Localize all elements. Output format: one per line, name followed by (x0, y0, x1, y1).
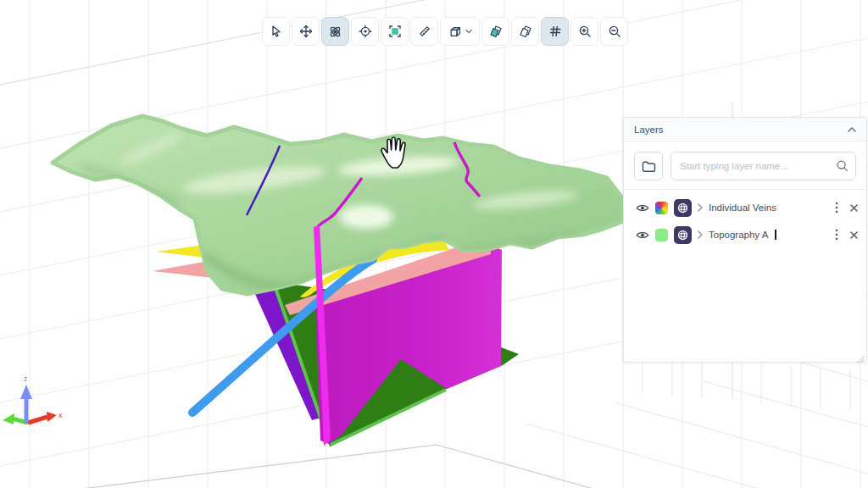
slice-tool-button[interactable] (481, 17, 509, 46)
ruler-icon (418, 25, 431, 38)
layer-menu-kebab-icon[interactable] (835, 202, 838, 214)
orbit-tool-button[interactable] (321, 17, 349, 46)
slice-planes-outline-icon (519, 25, 532, 38)
visibility-eye-icon[interactable] (636, 230, 649, 240)
layer-color-swatch-green[interactable] (655, 229, 668, 241)
axis-triad: z x (3, 374, 63, 424)
remove-layer-x-icon[interactable] (850, 204, 858, 212)
cube-icon (448, 25, 463, 39)
panel-collapse-button[interactable] (848, 127, 856, 132)
chevron-down-icon (465, 29, 472, 34)
layers-panel: Layers (623, 117, 867, 363)
orbit-icon (328, 25, 342, 39)
x-axis-label: x (58, 411, 63, 419)
z-axis-label: z (24, 374, 28, 383)
layers-search-row (624, 141, 866, 190)
text-caret (775, 230, 776, 240)
layers-panel-header: Layers (624, 118, 866, 141)
layer-search-input[interactable] (670, 152, 856, 180)
visibility-eye-icon[interactable] (636, 203, 649, 213)
app-window: z x (0, 0, 868, 488)
chevron-up-icon (848, 127, 856, 132)
zoom-in-tool-button[interactable] (570, 17, 598, 46)
layer-name-label[interactable]: Individual Veins (709, 202, 776, 213)
layer-name-label-editing[interactable]: Topography A (709, 230, 768, 240)
view-cube-tool-button[interactable] (440, 17, 480, 46)
zoom-out-tool-button[interactable] (600, 17, 628, 46)
layer-list: Individual Veins (624, 190, 866, 252)
layers-panel-title: Layers (634, 125, 664, 135)
select-tool-button[interactable] (262, 17, 290, 46)
mesh-object-icon[interactable] (674, 199, 692, 217)
remove-layer-x-icon[interactable] (850, 231, 858, 239)
panel-resize-handle[interactable] (856, 352, 865, 360)
pan-tool-button[interactable] (292, 17, 320, 46)
select-cursor-icon (270, 25, 283, 38)
layer-row-individual-veins[interactable]: Individual Veins (624, 194, 866, 221)
extent-box-icon (388, 25, 402, 38)
zoom-out-icon (608, 25, 621, 38)
open-folder-button[interactable] (634, 152, 663, 180)
slice-outline-tool-button[interactable] (511, 17, 539, 46)
expand-chevron-icon[interactable] (698, 230, 703, 239)
layer-color-swatch-multicolor[interactable] (655, 202, 668, 214)
search-icon (836, 159, 849, 172)
pan-arrows-icon (299, 25, 313, 38)
topography-surface (53, 116, 623, 294)
focus-target-icon (359, 25, 372, 38)
x-axis-arrow (47, 412, 57, 422)
geology-model (53, 116, 623, 446)
viewport-toolbar (262, 17, 628, 46)
grid-icon (548, 25, 562, 38)
focus-tool-button[interactable] (351, 17, 379, 46)
z-axis-arrow (20, 385, 32, 399)
layer-menu-kebab-icon[interactable] (835, 229, 838, 241)
zoom-in-icon (578, 25, 592, 38)
grid-tool-button[interactable] (541, 17, 569, 46)
layer-row-topography[interactable]: Topography A (624, 221, 866, 248)
folder-icon (642, 160, 656, 173)
expand-chevron-icon[interactable] (698, 203, 703, 212)
slice-planes-icon (489, 25, 503, 38)
y-axis-arrow (3, 413, 14, 424)
measure-tool-button[interactable] (410, 17, 438, 46)
extent-tool-button[interactable] (381, 17, 409, 46)
mesh-object-icon[interactable] (674, 226, 692, 244)
